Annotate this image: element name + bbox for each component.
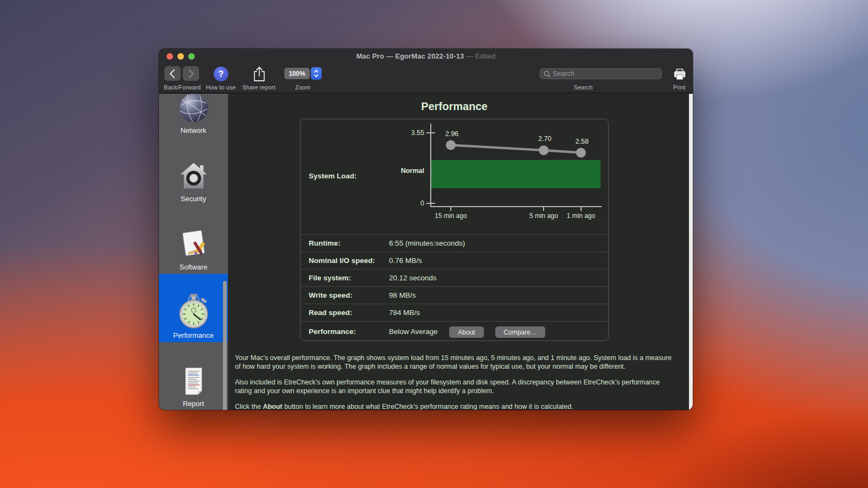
row-label: Read speed:	[309, 309, 352, 317]
security-icon	[178, 160, 209, 192]
edited-suffix: — Edited	[464, 52, 495, 60]
toolbar: Back/Forward ? How to use Share report 1…	[159, 64, 693, 93]
sidebar-scrollbar[interactable]	[223, 281, 227, 410]
paragraph-2: Also included is EtreCheck’s own perform…	[235, 378, 675, 395]
row-value: 784 MB/s	[389, 309, 420, 317]
app-window: Mac Pro — EgorMac 2022-10-13 — Edited Ba…	[159, 49, 693, 410]
about-button[interactable]: About	[449, 326, 484, 338]
forward-button[interactable]	[183, 66, 199, 81]
row-value: 6:55 (minutes:seconds)	[389, 239, 465, 247]
sidebar-item-label: Software	[180, 263, 207, 271]
row-label: Nominal I/O speed:	[309, 256, 375, 265]
x-tick-label: 15 min ago	[429, 212, 473, 220]
performance-rating-row: Performance: Below Average About Compare…	[301, 321, 608, 342]
zoom-stepper[interactable]	[311, 67, 322, 80]
titlebar: Mac Pro — EgorMac 2022-10-13 — Edited	[159, 49, 693, 64]
table-row: Runtime: 6:55 (minutes:seconds)	[301, 234, 608, 252]
sidebar-item-label: Security	[181, 195, 206, 203]
help-button[interactable]: ?	[214, 67, 228, 81]
table-row: File system: 20.12 seconds	[301, 269, 608, 286]
row-value: 98 MB/s	[389, 291, 416, 299]
how-to-use-label: How to use	[199, 84, 242, 91]
table-row: Write speed: 98 MB/s	[301, 286, 608, 304]
point-value-label: 2.96	[437, 130, 467, 138]
sidebar-item-security[interactable]: Security	[159, 137, 228, 206]
stepper-chevrons-icon	[311, 68, 321, 79]
table-row: Read speed: 784 MB/s	[301, 304, 608, 321]
x-tick	[580, 206, 582, 211]
print-label: Print	[663, 84, 693, 91]
performance-stopwatch-icon	[176, 293, 212, 329]
zoom-value-field[interactable]: 100%	[284, 68, 310, 79]
back-forward-label: Back/Forward	[160, 84, 205, 91]
zoom-label: Zoom	[286, 84, 319, 91]
performance-rating-value: Below Average	[389, 328, 438, 336]
row-label: Performance:	[309, 328, 356, 336]
sidebar-item-report[interactable]: Report	[159, 342, 228, 410]
search-field[interactable]	[540, 68, 662, 79]
sidebar-item-label: Network	[181, 126, 207, 134]
paragraph-1: Your Mac’s overall performance. The grap…	[235, 354, 675, 371]
software-icon	[178, 229, 209, 260]
chevron-left-icon	[165, 66, 180, 81]
sidebar-item-label: Report	[183, 400, 204, 408]
print-button[interactable]	[672, 67, 687, 81]
compare-button[interactable]: Compare…	[495, 326, 545, 338]
network-icon	[178, 94, 209, 124]
chevron-right-icon	[183, 66, 199, 81]
share-report-button[interactable]	[251, 66, 267, 82]
back-button[interactable]	[164, 66, 181, 81]
page-title: Performance	[300, 100, 609, 113]
sidebar-item-network[interactable]: Network	[159, 94, 228, 137]
main-content: Performance System Load: 3.55 Normal 0	[228, 94, 693, 410]
share-report-label: Share report	[237, 84, 280, 91]
point-value-label: 2.70	[529, 135, 560, 143]
window-title: Mac Pro — EgorMac 2022-10-13 — Edited	[159, 52, 693, 60]
row-value: 0.76 MB/s	[389, 256, 422, 265]
main-scrollbar-track[interactable]	[689, 94, 693, 410]
sidebar-item-label: Performance	[173, 331, 213, 339]
performance-panel: System Load: 3.55 Normal 0 2.96 2.70 2.5…	[300, 119, 609, 341]
search-label: Search	[561, 84, 605, 91]
question-mark-icon: ?	[219, 69, 224, 79]
row-label: Write speed:	[309, 291, 353, 299]
share-icon	[251, 66, 267, 82]
x-tick-label: 1 min ago	[559, 212, 603, 220]
row-label: Runtime:	[309, 239, 341, 247]
system-load-chart: System Load: 3.55 Normal 0 2.96 2.70 2.5…	[301, 119, 608, 234]
point-value-label: 2.58	[567, 138, 597, 145]
paragraph-3: Click the About button to learn more abo…	[235, 402, 675, 410]
sidebar-item-software[interactable]: Software	[159, 206, 228, 274]
table-row: Nominal I/O speed: 0.76 MB/s	[301, 252, 608, 269]
sidebar: Network Security	[159, 94, 228, 410]
sidebar-list: Network Security	[159, 94, 228, 410]
row-value: 20.12 seconds	[389, 274, 437, 282]
description-text: Your Mac’s overall performance. The grap…	[235, 354, 675, 410]
printer-icon	[673, 67, 687, 81]
x-tick	[543, 206, 544, 211]
search-icon	[544, 70, 551, 78]
sidebar-item-performance[interactable]: Performance	[159, 274, 228, 342]
x-tick	[450, 206, 451, 211]
report-document-icon	[178, 367, 209, 397]
window-content: Network Security	[159, 94, 693, 410]
search-input[interactable]	[553, 70, 658, 78]
row-label: File system:	[309, 274, 351, 282]
